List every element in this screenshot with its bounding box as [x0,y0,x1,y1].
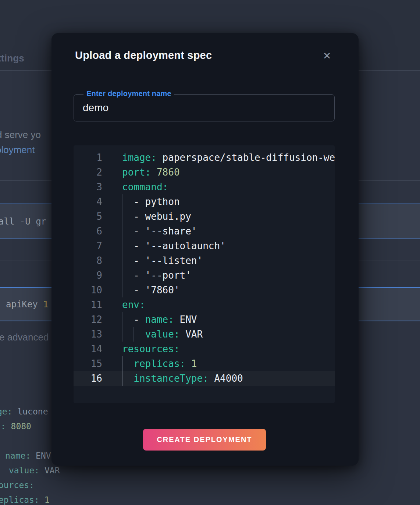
indent-guide [134,327,134,342]
line-number: 2 [74,165,102,180]
modal-title: Upload a deployment spec [75,49,212,61]
create-deployment-button[interactable]: CREATE DEPLOYMENT [143,429,266,451]
line-number: 6 [74,224,102,239]
background-paragraph-text: d serve yo [0,129,41,141]
code-line: 16 instanceType: A4000 [74,371,335,386]
background-yaml-snippet-top: ge: luconet: 8080 [0,404,48,434]
indent-guide [122,312,122,342]
line-number: 15 [74,356,102,371]
yaml-editor-lines: 1image: paperspace/stable-diffusion-webu… [74,150,335,386]
line-number: 9 [74,268,102,283]
code-line: eplicas: 1 [0,492,60,505]
code-line: 12 - name: ENV [74,312,335,327]
line-number: 12 [74,312,102,327]
deployment-name-field[interactable]: Enter deployment name [74,94,335,121]
code-line: 1image: paperspace/stable-diffusion-webu… [74,150,335,165]
apikey-value: 1 [43,299,48,310]
background-apikey-text: apiKey 1 [6,299,49,310]
line-number: 8 [74,253,102,268]
deployment-name-input[interactable] [83,95,325,121]
code-line: 11env: [74,297,335,312]
background-command-text: all -U gr [0,216,46,227]
line-number: 3 [74,180,102,194]
code-line: 13 value: VAR [74,327,335,342]
code-line: 15 replicas: 1 [74,356,335,371]
line-number: 1 [74,150,102,165]
code-line: 14resources: [74,342,335,356]
code-line: 5 - webui.py [74,209,335,224]
code-line: 9 - '--port' [74,268,335,283]
line-number: 4 [74,194,102,209]
yaml-editor[interactable]: 1image: paperspace/stable-diffusion-webu… [74,145,335,403]
line-number: 13 [74,327,102,342]
background-yaml-snippet-bottom: name: ENVvalue: VARources:eplicas: 1 [0,448,60,505]
code-line: 3command: [74,180,335,194]
code-line: 8 - '--listen' [74,253,335,268]
code-line: value: VAR [9,463,60,478]
background-advanced-text: e advanced [0,332,49,343]
line-number: 11 [74,297,102,312]
code-line: 7 - '--autolaunch' [74,239,335,253]
line-number: 5 [74,209,102,224]
upload-deployment-spec-modal: Upload a deployment spec ✕ Enter deploym… [51,33,359,466]
line-number: 14 [74,342,102,356]
code-line: ources: [0,478,60,492]
line-number: 16 [74,371,102,386]
code-line: t: 8080 [0,419,48,434]
line-number: 7 [74,239,102,253]
line-number: 10 [74,283,102,297]
code-line: 2port: 7860 [74,165,335,180]
modal-header: Upload a deployment spec ✕ [51,33,359,77]
code-line: 10 - '7860' [74,283,335,297]
background-deployment-link[interactable]: ployment [0,144,35,156]
indent-guide [122,356,122,386]
tab-settings[interactable]: ttings [0,53,24,64]
code-line: ge: lucone [0,404,48,419]
close-icon[interactable]: ✕ [320,49,334,63]
indent-guide [122,194,122,297]
code-line: 6 - '--share' [74,224,335,239]
code-line: 4 - python [74,194,335,209]
